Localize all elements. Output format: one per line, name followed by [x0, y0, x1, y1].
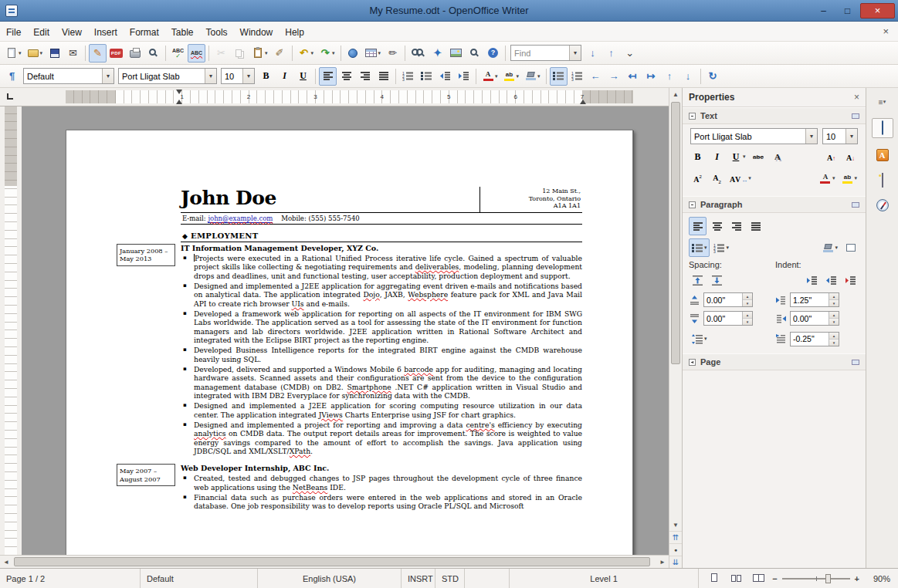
underline[interactable]: U▾ [727, 147, 748, 166]
horizontal-scroll-thumb[interactable] [14, 557, 650, 566]
menu-edit[interactable]: Edit [27, 24, 56, 41]
zoom-in-icon[interactable]: + [855, 574, 859, 583]
menu-file[interactable]: File [0, 24, 27, 41]
font-name[interactable]: Port Lligat Slab▾ [118, 68, 217, 84]
highlighting[interactable]: ab▾ [501, 67, 522, 86]
increase-indent[interactable] [455, 67, 473, 86]
menu-tools[interactable]: Tools [200, 24, 234, 41]
decrease-paragraph-spacing[interactable] [708, 271, 726, 289]
spinner-up-icon[interactable]: ▴ [743, 293, 752, 300]
vertical-scroll-thumb[interactable] [671, 102, 680, 364]
sidebar-deck-styles[interactable]: A [872, 144, 893, 164]
zoom-slider-thumb[interactable] [825, 574, 831, 583]
find-next[interactable]: ↓ [584, 44, 601, 63]
indent-after-field[interactable]: 0.00" ▴▾ [790, 311, 839, 326]
text-section-header[interactable]: Text [683, 107, 866, 124]
vertical-ruler[interactable] [0, 106, 22, 555]
hyperlink[interactable] [344, 44, 362, 63]
demote-with-subpoints[interactable]: ↦ [642, 67, 660, 86]
zoom[interactable] [466, 44, 483, 63]
numbering-on-off[interactable]: 123 [399, 67, 417, 86]
menu-table[interactable]: Table [165, 24, 200, 41]
increase-paragraph-spacing[interactable] [689, 271, 707, 289]
horizontal-scrollbar[interactable]: ◄ ► [0, 555, 669, 568]
dropdown-arrow-icon[interactable]: ▾ [40, 50, 43, 56]
zoom-slider[interactable] [782, 578, 850, 580]
scroll-down-icon[interactable]: ▼ [669, 519, 682, 531]
menu-insert[interactable]: Insert [88, 24, 124, 41]
horizontal-ruler[interactable]: 1234567 [22, 88, 669, 106]
dropdown-arrow-icon[interactable]: ▾ [378, 50, 381, 56]
dropdown-arrow-icon[interactable]: ▾ [704, 336, 707, 342]
strikethrough[interactable]: abc [750, 147, 768, 166]
spinner-down-icon[interactable]: ▾ [829, 319, 839, 325]
print[interactable] [126, 44, 144, 63]
export-pdf[interactable]: PDF [107, 44, 125, 63]
auto-spellcheck[interactable]: ABC [188, 44, 205, 63]
previous-page-button[interactable]: ⇈ [669, 531, 682, 543]
first-line-indent-field[interactable]: -0.25" ▴▾ [790, 332, 839, 346]
save[interactable] [46, 44, 63, 63]
numbered-list[interactable]: 123▾ [711, 238, 732, 257]
scroll-up-icon[interactable]: ▲ [669, 88, 682, 100]
spelling[interactable]: ABC✓ [169, 44, 187, 63]
move-up[interactable]: ↑ [661, 67, 679, 86]
dropdown-arrow-icon[interactable]: ▾ [265, 50, 268, 56]
decrease-indent[interactable] [436, 67, 454, 86]
paragraph-section-header[interactable]: Paragraph [683, 196, 866, 213]
bullet-list[interactable]: ▾ [689, 238, 710, 257]
status-document-modified[interactable] [465, 569, 510, 588]
restart-numbering[interactable]: ↻ [704, 67, 722, 86]
maximize-button[interactable]: □ [836, 3, 859, 19]
open[interactable]: ▾ [25, 44, 46, 63]
paragraph-background[interactable]: ▾ [819, 238, 840, 257]
align-center[interactable] [337, 67, 355, 86]
styles-and-formatting[interactable]: ¶ [3, 67, 21, 86]
italic[interactable]: I [708, 147, 726, 166]
spinner-down-icon[interactable]: ▾ [743, 319, 752, 325]
edit-file[interactable]: ✎ [89, 44, 107, 63]
left-indent-marker[interactable] [176, 100, 182, 104]
bullets-on-off[interactable] [418, 67, 435, 86]
shrink-font[interactable]: A↓ [842, 147, 859, 166]
status-page-style[interactable]: Default [141, 569, 258, 588]
document-canvas[interactable]: John Doe 12 Main St.,Toronto, OntarioA1A… [22, 106, 669, 555]
underline[interactable]: U [294, 67, 312, 86]
new-document[interactable]: ▾ [3, 44, 24, 63]
right-indent-marker[interactable] [580, 100, 586, 104]
menu-view[interactable]: View [56, 24, 88, 41]
view-book-button[interactable] [750, 569, 768, 588]
align-center[interactable] [708, 217, 726, 235]
background-color[interactable]: ▾ [522, 67, 543, 86]
align-justify[interactable] [374, 67, 392, 86]
borders[interactable] [842, 238, 859, 257]
sidebar-font-name[interactable]: Port Lligat Slab▾ [690, 128, 818, 144]
sidebar-font-size[interactable]: 10▾ [822, 128, 858, 144]
page-section-options-icon[interactable] [852, 360, 859, 365]
email-document[interactable]: ✉ [64, 44, 82, 63]
toolbar-options[interactable]: ⌄ [621, 44, 639, 63]
highlighting[interactable]: ab▾ [839, 169, 859, 188]
dropdown-arrow-icon[interactable]: ▾ [242, 69, 254, 83]
find-input[interactable]: Find▾ [510, 45, 581, 61]
find-replace[interactable] [408, 44, 428, 63]
italic[interactable]: I [276, 67, 293, 86]
help[interactable]: ? [484, 44, 502, 63]
dropdown-arrow-icon[interactable]: ▾ [332, 50, 335, 56]
shadow[interactable]: A [769, 147, 787, 166]
dropdown-arrow-icon[interactable]: ▾ [805, 129, 817, 144]
align-justify[interactable] [747, 217, 764, 235]
grow-font[interactable]: A↑ [822, 147, 840, 166]
dropdown-arrow-icon[interactable]: ▾ [845, 129, 857, 144]
expand-icon[interactable] [689, 359, 696, 366]
draw-functions[interactable]: ✏ [384, 44, 402, 63]
dropdown-arrow-icon[interactable]: ▾ [537, 73, 540, 79]
copy[interactable] [231, 44, 249, 63]
redo[interactable]: ↷▾ [317, 44, 337, 63]
dropdown-arrow-icon[interactable]: ▾ [569, 46, 581, 60]
sidebar-deck-navigator[interactable] [872, 197, 893, 217]
numbered-list-toggle[interactable]: 123 [568, 67, 586, 86]
promote-with-subpoints[interactable]: ↤ [624, 67, 642, 86]
indent-before-field[interactable]: 1.25" ▴▾ [790, 292, 839, 307]
dropdown-arrow-icon[interactable]: ▾ [748, 175, 751, 181]
